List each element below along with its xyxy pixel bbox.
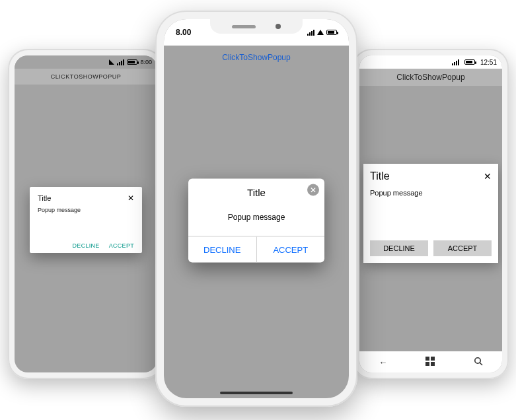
ios-popup: Title ✕ Popup message DECLINE ACCEPT (188, 179, 324, 263)
android-content: Title ✕ Popup message DECLINE ACCEPT (15, 85, 157, 372)
windows-popup: Title ✕ Popup message DECLINE ACCEPT (363, 164, 498, 263)
signal-icon (307, 30, 314, 36)
windows-app-title: ClickToShowPopup (396, 73, 464, 82)
android-time: 8:00 (140, 59, 152, 65)
accept-button[interactable]: ACCEPT (109, 242, 134, 249)
ios-link[interactable]: ClickToShowPopup (222, 53, 290, 62)
android-status-bar: 8:00 (15, 55, 157, 69)
popup-title: Title (370, 170, 390, 182)
windows-device-frame: 12:51 ClickToShowPopup Title ✕ Popup mes… (353, 49, 509, 379)
windows-app-bar[interactable]: ClickToShowPopup (359, 69, 502, 86)
camera-icon (276, 24, 281, 29)
popup-message: Popup message (38, 207, 134, 238)
back-button[interactable]: ← (379, 357, 387, 367)
ios-screen: 8.00 ClickToShowPopup Title ✕ Popup mess… (164, 19, 349, 398)
svg-line-5 (480, 363, 482, 365)
location-icon (109, 59, 114, 65)
popup-title: Title (247, 187, 266, 198)
battery-icon (127, 59, 137, 65)
windows-icon[interactable] (425, 357, 435, 368)
close-circle-icon[interactable]: ✕ (307, 184, 319, 196)
svg-rect-0 (425, 357, 429, 361)
decline-button[interactable]: DECLINE (73, 242, 100, 249)
decline-button[interactable]: DECLINE (188, 237, 256, 263)
battery-icon (464, 59, 475, 65)
svg-rect-2 (425, 362, 429, 366)
windows-screen: 12:51 ClickToShowPopup Title ✕ Popup mes… (359, 55, 502, 372)
ios-content: Title ✕ Popup message DECLINE ACCEPT (164, 69, 349, 398)
popup-title: Title (38, 194, 51, 202)
ios-notch (210, 19, 303, 34)
signal-icon (452, 59, 459, 65)
ios-device-frame: 8.00 ClickToShowPopup Title ✕ Popup mess… (155, 11, 357, 407)
speaker-icon (232, 25, 256, 28)
signal-icon (117, 59, 124, 65)
android-popup: Title ✕ Popup message DECLINE ACCEPT (30, 187, 142, 253)
android-screen: 8:00 CLICKTOSHOWPOPUP Title ✕ Popup mess… (15, 55, 157, 372)
popup-message: Popup message (370, 189, 492, 240)
android-app-bar[interactable]: CLICKTOSHOWPOPUP (15, 69, 157, 85)
close-icon[interactable]: ✕ (128, 193, 134, 203)
android-app-title: CLICKTOSHOWPOPUP (51, 73, 121, 80)
popup-message: Popup message (188, 201, 324, 236)
accept-button[interactable]: ACCEPT (256, 237, 325, 263)
svg-rect-3 (431, 362, 435, 366)
close-icon[interactable]: ✕ (484, 171, 492, 182)
home-indicator[interactable] (220, 392, 293, 394)
accept-button[interactable]: ACCEPT (433, 240, 492, 256)
windows-status-bar: 12:51 (359, 55, 502, 69)
ios-link-bar[interactable]: ClickToShowPopup (164, 46, 349, 69)
windows-time: 12:51 (480, 59, 497, 66)
wifi-icon (317, 30, 324, 35)
windows-content: Title ✕ Popup message DECLINE ACCEPT (359, 86, 502, 351)
svg-point-4 (475, 357, 480, 363)
search-icon[interactable] (474, 357, 483, 368)
android-device-frame: 8:00 CLICKTOSHOWPOPUP Title ✕ Popup mess… (8, 49, 164, 379)
decline-button[interactable]: DECLINE (370, 240, 428, 256)
ios-time: 8.00 (176, 28, 191, 37)
battery-icon (326, 30, 337, 35)
windows-nav-bar: ← (359, 351, 502, 372)
svg-rect-1 (431, 357, 435, 361)
